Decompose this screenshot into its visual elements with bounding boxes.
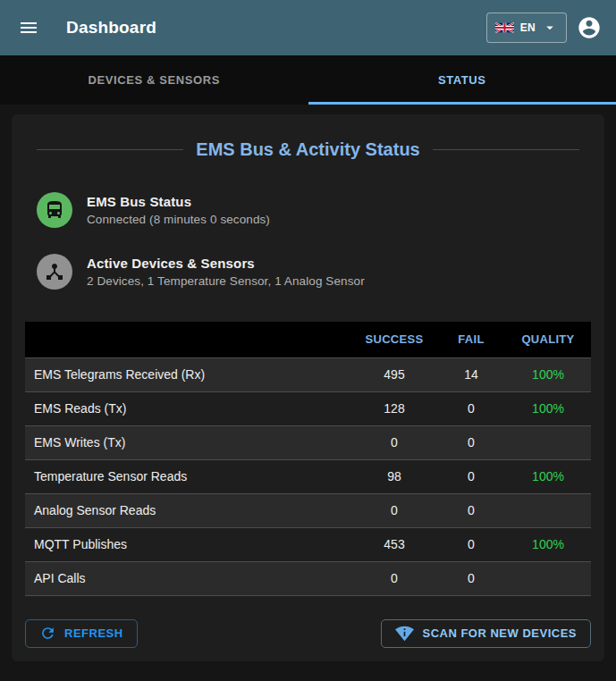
status-list: EMS Bus Status Connected (8 minutes 0 se… bbox=[37, 185, 579, 297]
language-selector[interactable]: EN bbox=[486, 13, 567, 43]
scan-button-label: SCAN FOR NEW DEVICES bbox=[422, 626, 577, 640]
quality-value: 100% bbox=[505, 357, 591, 391]
row-label: EMS Writes (Tx) bbox=[25, 425, 351, 459]
table-row: API Calls 0 0 bbox=[25, 561, 591, 595]
tab-bar: DEVICES & SENSORS STATUS bbox=[0, 55, 616, 105]
success-value: 0 bbox=[351, 561, 437, 595]
menu-button[interactable] bbox=[14, 13, 43, 42]
tab-status[interactable]: STATUS bbox=[308, 55, 616, 105]
title-divider-right bbox=[433, 149, 579, 150]
scan-for-new-devices-button[interactable]: SCAN FOR NEW DEVICES bbox=[381, 619, 591, 648]
card-actions: REFRESH SCAN FOR NEW DEVICES bbox=[25, 619, 591, 648]
quality-value: 100% bbox=[505, 391, 591, 425]
success-value: 453 bbox=[351, 527, 437, 561]
quality-value: 100% bbox=[505, 527, 591, 561]
ems-bus-status-text: EMS Bus Status Connected (8 minutes 0 se… bbox=[87, 194, 270, 226]
card-title-row: EMS Bus & Activity Status bbox=[37, 139, 579, 160]
row-label: MQTT Publishes bbox=[25, 527, 351, 561]
refresh-button-label: REFRESH bbox=[64, 626, 123, 640]
fail-value: 0 bbox=[437, 425, 505, 459]
title-divider-left bbox=[37, 149, 183, 150]
fail-value: 0 bbox=[437, 561, 505, 595]
fail-value: 0 bbox=[437, 493, 505, 527]
hamburger-menu-icon bbox=[18, 17, 39, 38]
table-row: Temperature Sensor Reads 98 0 100% bbox=[25, 459, 591, 493]
row-label: EMS Telegrams Received (Rx) bbox=[25, 357, 351, 391]
list-item-active-devices: Active Devices & Sensors 2 Devices, 1 Te… bbox=[37, 247, 579, 297]
column-header-fail: FAIL bbox=[437, 322, 505, 357]
quality-value: 100% bbox=[505, 459, 591, 493]
quality-value bbox=[505, 561, 591, 595]
table-row: EMS Writes (Tx) 0 0 bbox=[25, 425, 591, 459]
account-circle-icon bbox=[577, 15, 602, 40]
table-header: SUCCESS FAIL QUALITY bbox=[25, 322, 591, 357]
app-bar: Dashboard EN bbox=[0, 0, 616, 55]
tab-status-label: STATUS bbox=[438, 73, 486, 87]
active-devices-text: Active Devices & Sensors 2 Devices, 1 Te… bbox=[87, 256, 365, 288]
chevron-down-icon bbox=[542, 20, 558, 36]
fail-value: 0 bbox=[437, 527, 505, 561]
success-value: 495 bbox=[351, 357, 437, 391]
card-title: EMS Bus & Activity Status bbox=[196, 139, 419, 160]
uk-flag-icon bbox=[495, 22, 514, 33]
quality-value bbox=[505, 425, 591, 459]
table-row: EMS Reads (Tx) 128 0 100% bbox=[25, 391, 591, 425]
scan-wifi-icon bbox=[395, 624, 414, 643]
language-label: EN bbox=[520, 21, 536, 34]
table-row: MQTT Publishes 453 0 100% bbox=[25, 527, 591, 561]
column-header-success: SUCCESS bbox=[351, 322, 437, 357]
success-value: 0 bbox=[351, 493, 437, 527]
fail-value: 0 bbox=[437, 459, 505, 493]
row-label: Temperature Sensor Reads bbox=[25, 459, 351, 493]
list-item-ems-bus-status: EMS Bus Status Connected (8 minutes 0 se… bbox=[37, 185, 579, 235]
row-label: EMS Reads (Tx) bbox=[25, 391, 351, 425]
table-row: Analog Sensor Reads 0 0 bbox=[25, 493, 591, 527]
status-card: EMS Bus & Activity Status EMS Bus Status… bbox=[12, 114, 604, 661]
row-label: API Calls bbox=[25, 561, 351, 595]
tab-devices-sensors-label: DEVICES & SENSORS bbox=[89, 73, 220, 87]
table-row: EMS Telegrams Received (Rx) 495 14 100% bbox=[25, 357, 591, 391]
activity-stats-table: SUCCESS FAIL QUALITY EMS Telegrams Recei… bbox=[25, 322, 591, 596]
device-hub-icon bbox=[37, 254, 72, 290]
fail-value: 0 bbox=[437, 391, 505, 425]
success-value: 0 bbox=[351, 425, 437, 459]
fail-value: 14 bbox=[437, 357, 505, 391]
bus-icon bbox=[37, 192, 72, 228]
refresh-button[interactable]: REFRESH bbox=[25, 619, 138, 648]
active-devices-value: 2 Devices, 1 Temperature Sensor, 1 Analo… bbox=[87, 274, 365, 288]
row-label: Analog Sensor Reads bbox=[25, 493, 351, 527]
quality-value bbox=[505, 493, 591, 527]
active-tab-indicator bbox=[308, 102, 616, 105]
success-value: 128 bbox=[351, 391, 437, 425]
ems-bus-status-title: EMS Bus Status bbox=[87, 194, 270, 209]
column-header-name bbox=[25, 322, 351, 357]
ems-bus-status-value: Connected (8 minutes 0 seconds) bbox=[87, 213, 270, 226]
user-account-button[interactable] bbox=[577, 15, 602, 40]
refresh-icon bbox=[39, 625, 56, 642]
active-devices-title: Active Devices & Sensors bbox=[87, 256, 365, 271]
column-header-quality: QUALITY bbox=[505, 322, 591, 357]
tab-devices-sensors[interactable]: DEVICES & SENSORS bbox=[0, 55, 308, 105]
page-title: Dashboard bbox=[66, 18, 156, 38]
success-value: 98 bbox=[351, 459, 437, 493]
